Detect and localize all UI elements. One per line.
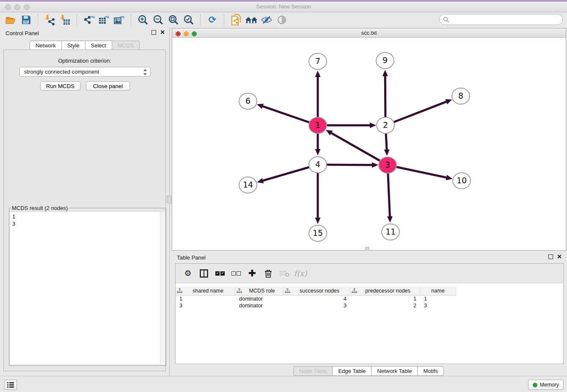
tab-style[interactable]: Style — [61, 41, 85, 50]
control-panel-tabs: NetworkStyleSelectMCDS — [0, 41, 169, 50]
node-label: 3 — [385, 160, 390, 169]
table-cell[interactable]: 2 — [350, 302, 420, 309]
tab-network-table[interactable]: Network Table — [371, 366, 418, 376]
export-table-icon[interactable] — [96, 14, 112, 26]
arrowhead-icon — [446, 175, 452, 180]
table-toolbar: ⚙ ✓✓ ✚ f(x) — [176, 264, 563, 283]
edge-3-1[interactable] — [331, 133, 388, 165]
criterion-label: Optimization criterion: — [4, 58, 165, 64]
zoom-selected-icon[interactable] — [181, 14, 196, 26]
first-neighbors-icon[interactable] — [244, 14, 259, 26]
delete-table-icon[interactable] — [277, 266, 292, 281]
add-column-icon[interactable]: ✚ — [245, 266, 259, 281]
run-mcds-button[interactable]: Run MCDS — [40, 81, 80, 91]
application-window: Session: New Session — [0, 0, 567, 392]
select-all-checkboxes-icon[interactable]: ✓✓ — [213, 266, 227, 281]
control-panel-title: Control Panel — [6, 30, 39, 36]
arrowhead-icon — [372, 162, 378, 168]
memory-button[interactable]: Memory — [528, 380, 564, 390]
function-builder-icon[interactable]: f(x) — [293, 266, 308, 281]
node-label: 10 — [457, 176, 467, 185]
network-window-titlebar[interactable]: ✕−+ scc.txt — [172, 28, 566, 38]
arrowhead-icon — [315, 149, 321, 155]
window-title: Session: New Session — [0, 2, 567, 12]
hide-selected-icon[interactable] — [259, 14, 274, 26]
search-input[interactable] — [439, 14, 563, 25]
column-header-predecessor-nodes[interactable]: predecessor nodes — [350, 287, 420, 295]
network-graph[interactable]: 7968124314101511 — [172, 38, 566, 250]
tab-network[interactable]: Network — [30, 41, 62, 50]
table-cell[interactable]: 1 — [176, 295, 235, 302]
minimize-window-icon[interactable] — [14, 4, 20, 10]
float-table-panel-icon[interactable] — [548, 254, 553, 259]
column-header-MCDS-role[interactable]: MCDS role — [235, 287, 284, 295]
zoom-in-icon[interactable] — [135, 14, 151, 26]
close-window-icon[interactable] — [5, 4, 11, 10]
edge-2-8[interactable] — [385, 102, 446, 125]
gear-icon[interactable]: ⚙ — [181, 266, 195, 281]
close-table-panel-icon[interactable]: ✕ — [557, 254, 562, 259]
control-panel-header: Control Panel ✕ — [0, 27, 169, 39]
tab-mcds[interactable]: MCDS — [112, 41, 140, 50]
table-cell[interactable]: 4 — [284, 295, 350, 302]
export-image-icon[interactable] — [112, 14, 127, 26]
import-network-icon[interactable] — [42, 14, 58, 26]
node-label: 4 — [315, 160, 320, 169]
canvas-resize-handle[interactable] — [365, 247, 369, 250]
node-label: 14 — [243, 180, 253, 189]
network-title: scc.txt — [172, 28, 566, 38]
delete-column-icon[interactable] — [261, 266, 275, 281]
mcds-result-group: MCDS result (2 nodes) 1 3 — [9, 205, 166, 366]
zoom-out-icon[interactable] — [151, 14, 166, 26]
splitter-handle[interactable] — [167, 196, 171, 203]
table-cell[interactable]: 3 — [176, 302, 235, 309]
tab-node-table[interactable]: Node Table — [293, 366, 333, 376]
deselect-checkboxes-icon[interactable] — [229, 266, 243, 281]
main-titlebar[interactable]: Session: New Session — [0, 2, 567, 12]
table-cell[interactable]: dominator — [235, 295, 284, 302]
table-body: 1dominator4113dominator323 — [176, 295, 563, 309]
column-header-shared-name[interactable]: shared name — [176, 287, 235, 295]
list-icon — [7, 382, 14, 388]
node-label: 7 — [315, 56, 320, 66]
close-panel-icon[interactable]: ✕ — [160, 30, 165, 35]
arrowhead-icon — [257, 178, 264, 183]
table-cell[interactable]: 1 — [350, 295, 420, 302]
network-canvas[interactable]: 7968124314101511 — [172, 38, 566, 250]
zoom-fit-icon[interactable] — [166, 14, 181, 26]
tab-motifs[interactable]: Motifs — [417, 366, 444, 376]
column-header-name[interactable]: name — [420, 287, 456, 295]
show-all-icon[interactable] — [274, 14, 289, 26]
table-cell[interactable]: dominator — [235, 302, 284, 309]
arrowhead-icon — [257, 104, 264, 109]
import-table-icon[interactable] — [58, 14, 73, 26]
table-row[interactable]: 3dominator323 — [176, 302, 563, 309]
table-cell[interactable]: 1 — [420, 295, 456, 302]
arrowhead-icon — [370, 123, 376, 128]
close-panel-button[interactable]: Close panel — [86, 81, 130, 91]
tab-edge-table[interactable]: Edge Table — [332, 366, 372, 376]
status-bar: Memory — [0, 376, 567, 392]
table-header-row: shared nameMCDS rolesuccessor nodesprede… — [176, 287, 563, 295]
node-label: 9 — [383, 55, 388, 65]
task-history-button[interactable] — [4, 380, 17, 390]
table-row[interactable]: 1dominator411 — [176, 295, 563, 302]
table-cell[interactable]: 3 — [420, 302, 456, 309]
duplicate-network-icon[interactable] — [228, 14, 244, 26]
table-cell[interactable]: 3 — [284, 302, 350, 309]
column-layout-icon[interactable] — [197, 266, 211, 281]
search-icon — [443, 17, 449, 23]
criterion-select[interactable]: strongly connected component — [19, 67, 151, 77]
zoom-window-icon[interactable] — [24, 4, 30, 10]
refresh-icon[interactable]: ⟳ — [205, 14, 220, 26]
export-network-icon[interactable] — [81, 14, 96, 26]
open-file-icon[interactable] — [3, 14, 19, 26]
arrowhead-icon — [387, 216, 393, 223]
result-scrollbar[interactable] — [160, 212, 165, 364]
float-panel-icon[interactable] — [151, 30, 156, 35]
tab-select[interactable]: Select — [85, 41, 112, 50]
mcds-result-textarea[interactable]: 1 3 — [10, 212, 165, 364]
column-header-successor-nodes[interactable]: successor nodes — [284, 287, 350, 295]
save-session-icon[interactable] — [19, 14, 34, 26]
window-controls[interactable] — [5, 4, 33, 11]
